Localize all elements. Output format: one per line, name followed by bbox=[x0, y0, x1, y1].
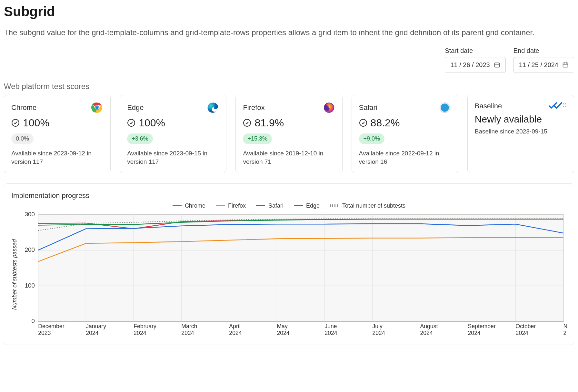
end-date-input[interactable]: 11 / 25 / 2024 bbox=[513, 57, 574, 73]
availability-text: Available since 2022-09-12 in version 16 bbox=[359, 149, 451, 166]
baseline-status: Newly available bbox=[475, 114, 567, 125]
svg-text:October: October bbox=[516, 323, 536, 329]
line-chart: 0100200300December2023January2024Februar… bbox=[18, 211, 567, 338]
safari-icon bbox=[439, 102, 451, 114]
svg-text:2024: 2024 bbox=[86, 330, 98, 336]
svg-point-23 bbox=[563, 106, 564, 107]
scores-heading: Web platform test scores bbox=[4, 82, 574, 91]
check-circle-icon bbox=[127, 119, 135, 127]
svg-text:2024: 2024 bbox=[420, 330, 433, 336]
browser-card-chrome: Chrome 100% 0.0% Available since 2023-09… bbox=[4, 95, 111, 173]
legend-edge: Edge bbox=[294, 202, 320, 209]
y-axis-label: Number of subtests passed bbox=[11, 211, 18, 338]
start-date-input[interactable]: 11 / 26 / 2023 bbox=[445, 57, 505, 73]
svg-text:November: November bbox=[563, 323, 567, 329]
svg-text:January: January bbox=[86, 323, 106, 329]
svg-text:2024: 2024 bbox=[134, 330, 146, 336]
svg-text:2024: 2024 bbox=[563, 330, 567, 336]
legend-chrome: Chrome bbox=[173, 202, 205, 209]
svg-text:2024: 2024 bbox=[324, 330, 337, 336]
svg-rect-25 bbox=[38, 214, 563, 321]
score-delta: +3.6% bbox=[127, 133, 153, 144]
availability-text: Available since 2023-09-15 in version 11… bbox=[127, 149, 219, 166]
score-value: 100% bbox=[139, 117, 165, 129]
baseline-check-icon bbox=[547, 102, 567, 111]
page-description: The subgrid value for the grid-template-… bbox=[4, 27, 559, 38]
svg-text:2024: 2024 bbox=[516, 330, 528, 336]
svg-text:0: 0 bbox=[31, 318, 35, 324]
svg-text:2024: 2024 bbox=[229, 330, 242, 336]
browser-cards-row: Chrome 100% 0.0% Available since 2023-09… bbox=[4, 95, 574, 173]
svg-text:July: July bbox=[372, 323, 383, 329]
svg-rect-4 bbox=[563, 63, 568, 67]
svg-text:200: 200 bbox=[25, 246, 35, 253]
baseline-label: Baseline bbox=[475, 102, 502, 110]
svg-point-24 bbox=[565, 106, 566, 107]
chrome-icon bbox=[91, 102, 103, 114]
svg-text:2024: 2024 bbox=[468, 330, 481, 336]
browser-name: Chrome bbox=[11, 103, 36, 112]
svg-point-13 bbox=[128, 119, 135, 126]
svg-text:2024: 2024 bbox=[372, 330, 385, 336]
calendar-icon bbox=[562, 62, 569, 68]
svg-text:2024: 2024 bbox=[181, 330, 194, 336]
browser-name: Safari bbox=[359, 103, 377, 112]
check-circle-icon bbox=[243, 119, 251, 127]
svg-text:300: 300 bbox=[25, 211, 35, 218]
legend-firefox: Firefox bbox=[216, 202, 246, 209]
browser-card-firefox: Firefox 81.9% +15.3% Available since 201… bbox=[235, 95, 342, 173]
score-delta: +9.0% bbox=[359, 133, 385, 144]
score-delta: 0.0% bbox=[11, 133, 34, 144]
svg-point-12 bbox=[12, 119, 19, 126]
svg-point-20 bbox=[360, 119, 367, 126]
svg-text:December: December bbox=[38, 323, 64, 329]
svg-text:February: February bbox=[134, 323, 156, 329]
score-value: 88.2% bbox=[371, 117, 400, 129]
start-date-label: Start date bbox=[445, 47, 505, 54]
svg-text:2023: 2023 bbox=[38, 330, 51, 336]
score-value: 100% bbox=[23, 117, 49, 129]
calendar-icon bbox=[494, 62, 500, 68]
end-date-value: 11 / 25 / 2024 bbox=[519, 61, 558, 69]
check-circle-icon bbox=[359, 119, 367, 127]
svg-text:May: May bbox=[277, 323, 287, 329]
browser-card-safari: Safari 88.2% +9.0% Available since 2022-… bbox=[352, 95, 458, 173]
browser-name: Firefox bbox=[243, 103, 264, 112]
browser-card-edge: Edge 100% +3.6% Available since 2023-09-… bbox=[120, 95, 226, 173]
date-range-picker: Start date 11 / 26 / 2023 End date 11 / … bbox=[4, 47, 574, 73]
svg-text:100: 100 bbox=[25, 282, 35, 289]
svg-text:April: April bbox=[229, 323, 240, 329]
start-date-value: 11 / 26 / 2023 bbox=[450, 61, 490, 69]
svg-rect-0 bbox=[494, 63, 499, 67]
svg-text:August: August bbox=[420, 323, 438, 329]
legend-total: Total number of subtests bbox=[330, 202, 405, 209]
svg-text:2024: 2024 bbox=[277, 330, 289, 336]
baseline-card: Baseline Newly available Baseline since … bbox=[467, 95, 574, 173]
edge-icon bbox=[207, 102, 219, 114]
end-date-label: End date bbox=[513, 47, 574, 54]
svg-point-11 bbox=[95, 106, 99, 109]
svg-point-21 bbox=[563, 103, 564, 104]
svg-text:June: June bbox=[324, 323, 337, 329]
svg-point-15 bbox=[244, 119, 251, 126]
firefox-icon bbox=[323, 102, 335, 114]
baseline-since: Baseline since 2023-09-15 bbox=[475, 128, 567, 135]
check-circle-icon bbox=[11, 119, 20, 127]
svg-text:March: March bbox=[181, 323, 197, 329]
availability-text: Available since 2023-09-12 in version 11… bbox=[11, 149, 103, 166]
score-value: 81.9% bbox=[254, 117, 284, 129]
legend-safari: Safari bbox=[256, 202, 284, 209]
svg-point-22 bbox=[565, 103, 566, 104]
chart-container: Implementation progress Chrome Firefox S… bbox=[4, 183, 574, 345]
chart-title: Implementation progress bbox=[11, 191, 567, 200]
browser-name: Edge bbox=[127, 103, 144, 112]
availability-text: Available since 2019-12-10 in version 71 bbox=[243, 149, 335, 166]
score-delta: +15.3% bbox=[243, 133, 272, 144]
svg-text:September: September bbox=[468, 323, 496, 329]
chart-legend: Chrome Firefox Safari Edge Total number … bbox=[11, 202, 567, 209]
page-title: Subgrid bbox=[4, 4, 574, 19]
